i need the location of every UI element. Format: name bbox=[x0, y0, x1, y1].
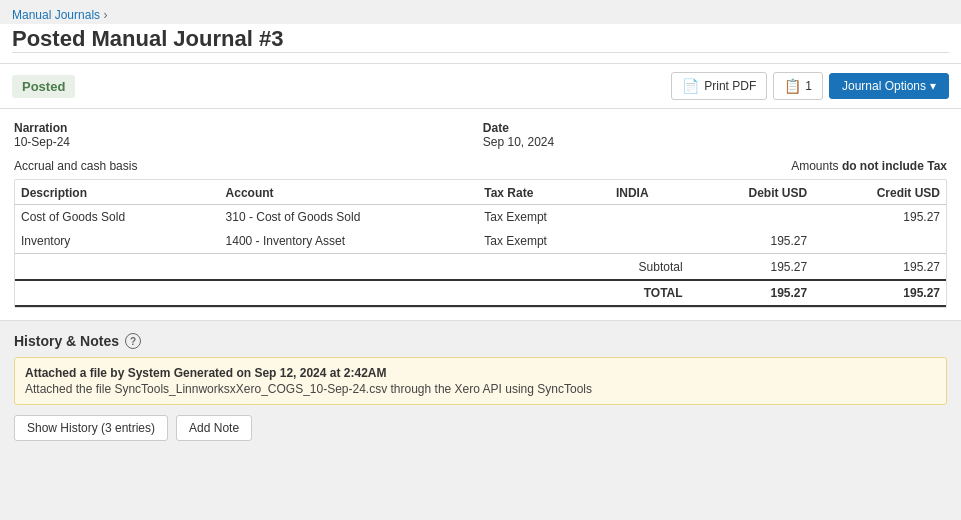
col-header-india: INDIA bbox=[610, 180, 689, 205]
cell-debit: 195.27 bbox=[689, 229, 814, 254]
history-section: History & Notes ? Attached a file by Sys… bbox=[0, 320, 961, 453]
cell-credit: 195.27 bbox=[813, 205, 946, 230]
amounts-text: Amounts do not include Tax bbox=[791, 159, 947, 173]
cell-account: 1400 - Inventory Asset bbox=[220, 229, 479, 254]
cell-tax-rate: Tax Exempt bbox=[478, 205, 610, 230]
total-debit: 195.27 bbox=[689, 280, 814, 306]
print-pdf-button[interactable]: 📄 Print PDF bbox=[671, 72, 767, 100]
status-bar: Posted 📄 Print PDF 📋 1 Journal Options ▾ bbox=[0, 64, 961, 109]
total-label: TOTAL bbox=[15, 280, 689, 306]
journal-options-button[interactable]: Journal Options ▾ bbox=[829, 73, 949, 99]
table-header-row: Description Account Tax Rate INDIA Debit… bbox=[15, 180, 946, 205]
accrual-text: Accrual and cash basis bbox=[14, 159, 137, 173]
history-title-text: History & Notes bbox=[14, 333, 119, 349]
subtotal-label: Subtotal bbox=[15, 254, 689, 281]
date-header: Date bbox=[483, 121, 947, 135]
history-title: History & Notes ? bbox=[14, 333, 947, 349]
journal-table: Description Account Tax Rate INDIA Debit… bbox=[15, 180, 946, 307]
cell-india bbox=[610, 205, 689, 230]
total-row: TOTAL 195.27 195.27 bbox=[15, 280, 946, 306]
pdf-icon: 📄 bbox=[682, 78, 699, 94]
cell-description: Inventory bbox=[15, 229, 220, 254]
toolbar: 📄 Print PDF 📋 1 Journal Options ▾ bbox=[671, 72, 949, 100]
status-badge: Posted bbox=[12, 75, 75, 98]
copy-button[interactable]: 📋 1 bbox=[773, 72, 823, 100]
add-note-button[interactable]: Add Note bbox=[176, 415, 252, 441]
help-icon[interactable]: ? bbox=[125, 333, 141, 349]
cell-debit bbox=[689, 205, 814, 230]
copy-count-label: 1 bbox=[805, 79, 812, 93]
subtotal-row: Subtotal 195.27 195.27 bbox=[15, 254, 946, 281]
subtotal-credit: 195.27 bbox=[813, 254, 946, 281]
breadcrumb-parent-link[interactable]: Manual Journals bbox=[12, 8, 100, 22]
copy-icon: 📋 bbox=[784, 78, 801, 94]
col-header-account: Account bbox=[220, 180, 479, 205]
show-history-button[interactable]: Show History (3 entries) bbox=[14, 415, 168, 441]
cell-india bbox=[610, 229, 689, 254]
table-meta: Accrual and cash basis Amounts do not in… bbox=[14, 159, 947, 173]
narration-header: Narration bbox=[14, 121, 463, 135]
col-header-debit: Debit USD bbox=[689, 180, 814, 205]
table-row: Inventory 1400 - Inventory Asset Tax Exe… bbox=[15, 229, 946, 254]
cell-account: 310 - Cost of Goods Sold bbox=[220, 205, 479, 230]
table-row: Cost of Goods Sold 310 - Cost of Goods S… bbox=[15, 205, 946, 230]
total-credit: 195.27 bbox=[813, 280, 946, 306]
cell-credit bbox=[813, 229, 946, 254]
narration-value: 10-Sep-24 bbox=[14, 135, 463, 149]
cell-tax-rate: Tax Exempt bbox=[478, 229, 610, 254]
breadcrumb-separator: › bbox=[103, 8, 107, 22]
journal-body: Narration Date 10-Sep-24 Sep 10, 2024 Ac… bbox=[0, 109, 961, 320]
journal-table-wrapper: Description Account Tax Rate INDIA Debit… bbox=[14, 179, 947, 308]
col-header-credit: Credit USD bbox=[813, 180, 946, 205]
page-title: Posted Manual Journal #3 bbox=[12, 26, 949, 53]
narration-section: Narration Date 10-Sep-24 Sep 10, 2024 bbox=[14, 121, 947, 149]
note-header: Attached a file by System Generated on S… bbox=[25, 366, 936, 380]
subtotal-debit: 195.27 bbox=[689, 254, 814, 281]
note-box: Attached a file by System Generated on S… bbox=[14, 357, 947, 405]
cell-description: Cost of Goods Sold bbox=[15, 205, 220, 230]
chevron-down-icon: ▾ bbox=[930, 79, 936, 93]
print-pdf-label: Print PDF bbox=[704, 79, 756, 93]
date-value: Sep 10, 2024 bbox=[483, 135, 947, 149]
journal-options-label: Journal Options bbox=[842, 79, 926, 93]
history-buttons: Show History (3 entries) Add Note bbox=[14, 415, 947, 441]
col-header-description: Description bbox=[15, 180, 220, 205]
col-header-tax-rate: Tax Rate bbox=[478, 180, 610, 205]
note-body: Attached the file SyncTools_LinnworksxXe… bbox=[25, 382, 936, 396]
breadcrumb: Manual Journals › bbox=[0, 0, 961, 24]
